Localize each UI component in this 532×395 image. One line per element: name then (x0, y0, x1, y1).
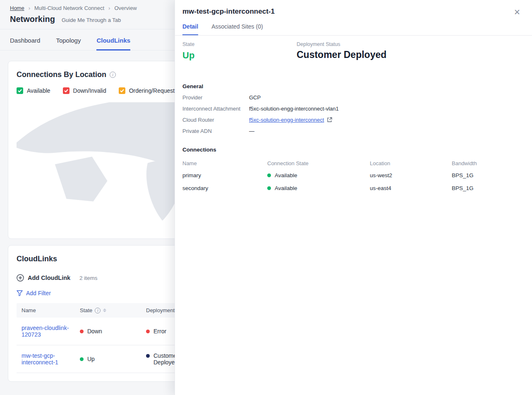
connections-section-heading: Connections (182, 147, 522, 153)
cloudlink-detail-drawer: mw-test-gcp-interconnect-1 ✕ Detail Asso… (175, 0, 532, 395)
breadcrumb-current: Overview (114, 5, 137, 11)
legend-label: Down/Invalid (73, 87, 106, 94)
chevron-right-icon: › (29, 5, 30, 11)
add-cloudlink-button[interactable]: Add CloudLink (17, 274, 70, 282)
state-cell: Up (75, 349, 141, 369)
field-provider: Provider GCP (182, 94, 522, 101)
col-header-name[interactable]: Name (17, 303, 75, 318)
deployment-label: Error (153, 328, 166, 335)
connection-state-cell: Available (267, 172, 370, 178)
info-icon[interactable]: i (110, 72, 116, 78)
col-header-connection-state: Connection State (267, 160, 370, 166)
table-row: primary Available us-west2 BPS_1G (182, 169, 522, 182)
col-header-state[interactable]: State i (75, 303, 141, 318)
connection-name: secondary (182, 185, 267, 191)
breadcrumb-home[interactable]: Home (10, 5, 24, 11)
status-dot (267, 186, 271, 190)
tab-dashboard[interactable]: Dashboard (10, 37, 40, 50)
state-cell: Down (75, 321, 141, 342)
status-dot (146, 354, 150, 358)
guide-me-link[interactable]: Guide Me Through a Tab (62, 17, 121, 23)
connections-table-header: Name Connection State Location Bandwidth (182, 159, 522, 169)
col-header-location: Location (370, 160, 452, 166)
field-private-adn: Private ADN — (182, 128, 522, 134)
map-card-title: Connections By Location (17, 70, 106, 79)
tab-topology[interactable]: Topology (56, 37, 81, 50)
connection-bandwidth: BPS_1G (452, 185, 522, 191)
status-dot (146, 330, 150, 333)
legend-item-down-invalid: Down/Invalid (63, 87, 106, 94)
cloudlink-name-link[interactable]: praveen-cloudlink-120723 (22, 325, 69, 338)
filter-icon (17, 290, 23, 296)
plus-circle-icon (17, 274, 24, 282)
cloudlinks-card-title: CloudLinks (17, 255, 57, 263)
state-value: Up (182, 50, 297, 61)
app-page: Home › Multi-Cloud Network Connect › Ove… (0, 0, 532, 395)
drawer-tab-associated-sites[interactable]: Associated Sites (0) (211, 23, 263, 35)
state-label: Up (87, 356, 95, 362)
cloudlink-name-link[interactable]: mw-test-gcp-interconnect-1 (22, 352, 58, 366)
col-header-name: Name (182, 160, 267, 166)
deployment-status-block: Deployment Status Customer Deployed (297, 41, 522, 61)
info-icon[interactable]: i (95, 308, 101, 313)
state-label: State (182, 41, 297, 47)
drawer-title: mw-test-gcp-interconnect-1 (182, 7, 522, 16)
status-dot (267, 173, 271, 177)
legend-item-available: Available (17, 87, 50, 94)
check-icon (120, 89, 124, 92)
external-link-icon (327, 117, 332, 123)
add-filter-label: Add Filter (26, 290, 51, 296)
field-cloud-router: Cloud Router f5xc-solution-engg-intercon… (182, 117, 522, 123)
legend-label: Available (27, 87, 50, 94)
add-cloudlink-label: Add CloudLink (28, 275, 70, 281)
available-checkbox[interactable] (17, 87, 23, 94)
state-label: Down (87, 328, 102, 335)
connection-state-cell: Available (267, 185, 370, 191)
chevron-right-icon: › (108, 5, 110, 11)
connection-location: us-west2 (370, 172, 452, 178)
field-interconnect-attachment: Interconnect Attachment f5xc-solution-en… (182, 106, 522, 112)
drawer-tab-detail[interactable]: Detail (182, 23, 198, 35)
connection-bandwidth: BPS_1G (452, 172, 522, 178)
deployment-status-label: Deployment Status (297, 41, 522, 47)
connection-state-label: Available (275, 172, 297, 178)
table-row: secondary Available us-east4 BPS_1G (182, 182, 522, 195)
state-block: State Up (182, 41, 297, 61)
cloud-router-link[interactable]: f5xc-solution-engg-interconnect (249, 117, 332, 123)
general-section-heading: General (182, 83, 522, 89)
status-dot (80, 330, 84, 333)
deployment-status-value: Customer Deployed (297, 49, 522, 60)
down-invalid-checkbox[interactable] (63, 87, 69, 94)
close-icon[interactable]: ✕ (514, 8, 520, 16)
connection-state-label: Available (275, 185, 297, 191)
breadcrumb-section[interactable]: Multi-Cloud Network Connect (34, 5, 104, 11)
connection-name: primary (182, 172, 267, 178)
ordering-checkbox[interactable] (119, 87, 125, 94)
col-header-bandwidth: Bandwidth (452, 160, 522, 166)
status-dot (80, 357, 84, 361)
sort-icon[interactable] (103, 308, 106, 312)
drawer-tab-bar: Detail Associated Sites (0) (182, 23, 522, 35)
page-title: Networking (10, 14, 55, 24)
items-count: 2 items (79, 275, 98, 281)
tab-cloudlinks[interactable]: CloudLinks (96, 37, 130, 51)
check-icon (64, 89, 68, 92)
connection-location: us-east4 (370, 185, 452, 191)
check-icon (18, 89, 22, 92)
